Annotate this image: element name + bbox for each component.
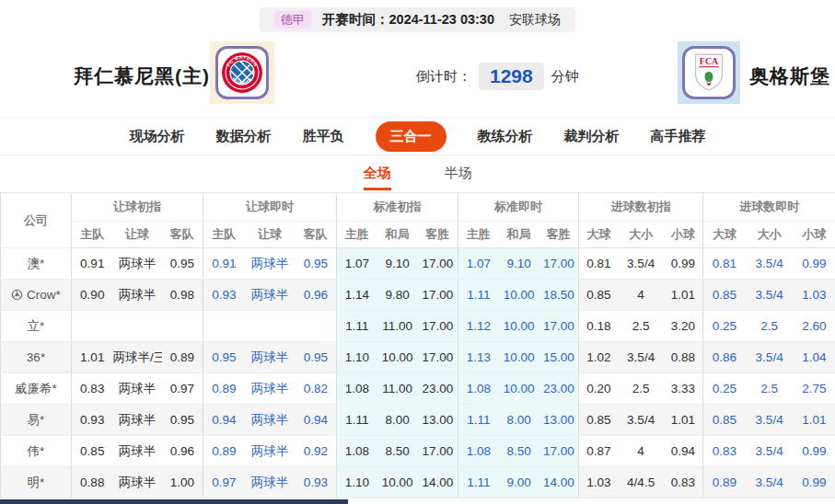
- soccer-ball-icon: [11, 289, 23, 301]
- odds-cell-handicap-initial: 0.95: [162, 248, 203, 280]
- col-header-company: 公司: [1, 193, 72, 248]
- subtab-full-match[interactable]: 全场: [364, 165, 391, 190]
- odds-cell-handicap-live: 0.93: [203, 280, 245, 311]
- match-odds-page: 德甲 开赛时间：2024-11-23 03:30 安联球场 拜仁慕尼黑(主): [0, 0, 835, 504]
- kickoff-time: 2024-11-23 03:30: [389, 12, 495, 27]
- col-sub-standard-live-0: 主胜: [458, 222, 499, 248]
- odds-cell-standard-live: 9.10: [499, 248, 539, 280]
- tab-three-in-one[interactable]: 三合一: [376, 121, 446, 152]
- odds-cell-goals-live: 0.86: [703, 342, 746, 373]
- col-sub-standard-live-2: 客胜: [539, 222, 579, 248]
- odds-cell-goals-initial: 1.02: [579, 342, 619, 373]
- odds-cell-handicap-initial: 两球半/三: [113, 342, 162, 373]
- odds-cell-standard-live: 1.11: [458, 280, 499, 311]
- odds-cell-standard-initial: 1.07: [337, 248, 377, 280]
- odds-table-head: 公司让球初指让球即时标准初指标准即时进球数初指进球数即时主队让球客队主队让球客队…: [1, 193, 835, 248]
- odds-cell-handicap-live: 0.92: [296, 436, 337, 467]
- tab-expert-picks[interactable]: 高手推荐: [651, 128, 706, 145]
- odds-cell-goals-live: 0.83: [703, 436, 746, 467]
- col-sub-goals-initial-0: 大球: [579, 222, 619, 248]
- odds-cell-goals-initial: 0.85: [579, 405, 619, 436]
- odds-cell-standard-live: 1.08: [458, 436, 499, 467]
- col-group-handicap-initial: 让球初指: [72, 193, 203, 222]
- odds-cell-handicap-live: 0.95: [296, 342, 337, 373]
- tab-data-analysis[interactable]: 数据分析: [216, 128, 272, 145]
- odds-cell-goals-live: 0.99: [794, 467, 835, 498]
- odds-cell-goals-initial: 0.20: [579, 373, 619, 405]
- table-row: 伟*0.85两球半0.960.89两球半0.921.088.5017.001.0…: [1, 436, 835, 467]
- odds-cell-standard-live: 1.08: [458, 373, 499, 405]
- table-row: Crow*0.90两球半0.980.93两球半0.961.149.8017.00…: [1, 280, 835, 311]
- odds-cell-handicap-live: 两球半: [245, 280, 296, 311]
- odds-cell-goals-live: 1.01: [794, 405, 835, 436]
- col-sub-handicap-initial-0: 主队: [72, 222, 113, 248]
- tab-live-analysis[interactable]: 现场分析: [130, 128, 185, 145]
- odds-cell-standard-initial: 17.00: [418, 311, 458, 342]
- odds-cell-handicap-live: 两球半: [245, 405, 296, 436]
- odds-cell-handicap-initial: 0.89: [162, 342, 203, 373]
- league-badge[interactable]: 德甲: [274, 11, 311, 29]
- odds-cell-standard-initial: 17.00: [418, 436, 458, 467]
- bayern-crest-icon: FC BAYERN MÜNCHEN: [221, 52, 263, 94]
- countdown-unit: 分钟: [551, 68, 579, 86]
- odds-cell-standard-initial: 11.00: [377, 311, 418, 342]
- odds-cell-handicap-initial: [162, 311, 203, 342]
- tab-referee-analysis[interactable]: 裁判分析: [564, 128, 620, 145]
- odds-cell-handicap-live: [203, 311, 245, 342]
- odds-cell-goals-live: 0.25: [703, 311, 746, 342]
- home-team-logo: FC BAYERN MÜNCHEN: [215, 46, 269, 99]
- col-group-handicap-live: 让球即时: [203, 193, 337, 222]
- tab-win-draw-loss[interactable]: 胜平负: [303, 128, 344, 145]
- odds-cell-handicap-live: 0.95: [203, 342, 245, 373]
- odds-cell-standard-initial: 13.00: [418, 405, 458, 436]
- odds-cell-goals-live: 2.60: [794, 311, 835, 342]
- odds-cell-goals-live: 0.25: [703, 373, 746, 405]
- odds-cell-goals-initial: 3.33: [664, 373, 703, 405]
- subtab-half-match[interactable]: 半场: [445, 165, 472, 190]
- odds-cell-standard-initial: 1.11: [337, 405, 377, 436]
- match-info-pill: 德甲 开赛时间：2024-11-23 03:30 安联球场: [260, 7, 575, 32]
- odds-table: 公司让球初指让球即时标准初指标准即时进球数初指进球数即时主队让球客队主队让球客队…: [0, 192, 835, 498]
- odds-cell-handicap-live: 0.94: [203, 405, 245, 436]
- countdown-label: 倒计时：: [416, 68, 471, 86]
- odds-cell-goals-live: 2.5: [746, 373, 794, 405]
- main-tabs: 现场分析数据分析胜平负三合一教练分析裁判分析高手推荐: [0, 117, 835, 155]
- odds-cell-standard-initial: 11.00: [377, 373, 418, 405]
- odds-cell-handicap-live: 0.89: [203, 373, 245, 405]
- company-cell: 伟*: [1, 436, 72, 467]
- odds-cell-goals-initial: 4/4.5: [619, 467, 664, 498]
- company-cell: 立*: [1, 311, 72, 342]
- odds-cell-goals-live: 0.81: [703, 248, 746, 280]
- odds-cell-standard-initial: 9.80: [377, 280, 418, 311]
- odds-cell-goals-initial: 0.99: [664, 248, 703, 280]
- odds-cell-standard-initial: 1.08: [337, 436, 377, 467]
- col-sub-goals-live-1: 大小: [746, 222, 794, 248]
- odds-cell-handicap-initial: 0.90: [72, 280, 113, 311]
- odds-cell-handicap-live: 0.93: [296, 467, 337, 498]
- venue-label: 安联球场: [509, 12, 561, 29]
- svg-text:FCA: FCA: [700, 56, 719, 66]
- tab-coach-analysis[interactable]: 教练分析: [478, 128, 533, 145]
- col-sub-handicap-initial-1: 让球: [113, 222, 162, 248]
- col-group-goals-live: 进球数即时: [703, 193, 835, 222]
- away-team-name: 奥格斯堡: [749, 63, 830, 89]
- odds-cell-standard-live: 1.07: [458, 248, 499, 280]
- away-team-logo: FCA: [682, 46, 736, 99]
- bottom-section-edge: [0, 499, 348, 504]
- odds-cell-handicap-initial: 0.97: [162, 373, 203, 405]
- col-sub-standard-initial-2: 客胜: [418, 222, 458, 248]
- odds-cell-handicap-initial: 0.91: [72, 248, 113, 280]
- odds-cell-goals-initial: 0.85: [579, 280, 619, 311]
- odds-cell-goals-live: 3.5/4: [746, 280, 794, 311]
- odds-cell-goals-live: 2.5: [746, 311, 794, 342]
- col-group-standard-initial: 标准初指: [337, 193, 458, 222]
- odds-cell-standard-live: 1.11: [458, 405, 499, 436]
- odds-cell-standard-live: 17.00: [539, 436, 579, 467]
- period-subtabs: 全场半场: [0, 155, 835, 190]
- odds-cell-standard-initial: 17.00: [418, 248, 458, 280]
- odds-table-body: 澳*0.91两球半0.950.91两球半0.951.079.1017.001.0…: [1, 248, 835, 498]
- odds-cell-goals-live: 0.99: [794, 248, 835, 280]
- odds-cell-standard-live: 23.00: [539, 373, 579, 405]
- odds-cell-goals-live: 2.75: [794, 373, 835, 405]
- odds-cell-handicap-initial: 0.95: [162, 405, 203, 436]
